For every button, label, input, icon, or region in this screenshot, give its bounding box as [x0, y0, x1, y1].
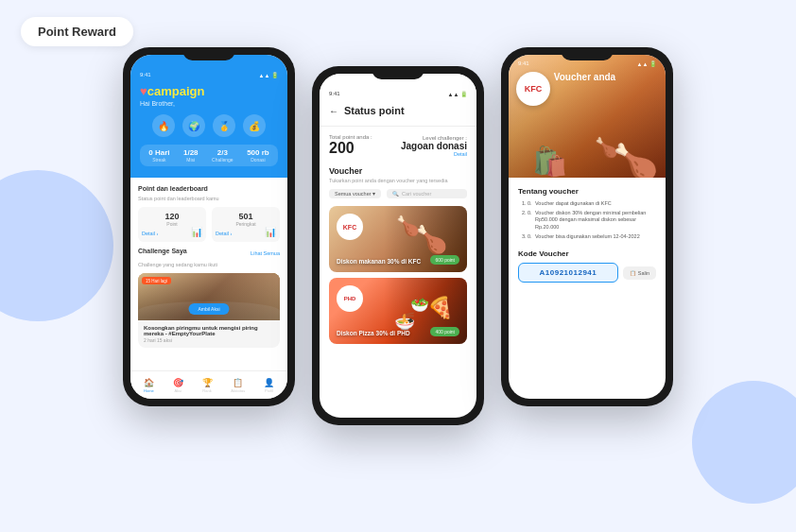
p2-total-value: 200	[329, 140, 372, 157]
p1-nav-aksi[interactable]: 🎯 Aksi	[173, 378, 183, 393]
p3-kode-title: Kode Voucher	[518, 249, 656, 258]
p1-stats-row: 0 Hari Streak 1/28 Misi 2/3 Challenge 50…	[140, 145, 278, 166]
p2-detail-link[interactable]: Detail	[401, 151, 467, 157]
p1-challenge-img: 15 Hari lagi Ambil Aksi	[138, 273, 280, 320]
p1-challenge-card: 15 Hari lagi Ambil Aksi Kosongkan piring…	[138, 273, 280, 348]
p2-points-left: Total point anda : 200	[329, 134, 372, 157]
p1-point-val: 120	[142, 212, 202, 221]
p1-nav-home-label: Home	[144, 388, 154, 393]
p3-food-icon: 🍗	[612, 139, 660, 178]
phone-notch-1	[183, 47, 235, 60]
p2-voucher-phd-points: 400 point	[430, 327, 459, 336]
p3-status-bar: 9:41 ▲▲ 🔋	[518, 60, 656, 67]
bg-decoration-left	[0, 170, 113, 321]
p1-nav-rank-label: Rank	[202, 388, 211, 393]
p3-salin-label: Salin	[638, 270, 649, 276]
p1-stat-donasi: 500 rb Donasi	[247, 148, 269, 163]
p1-stat-streak-val: 0 Hari	[148, 148, 169, 157]
p1-nav-home[interactable]: 🏠 Home	[144, 378, 154, 393]
p3-about-item-2: Voucher diskon 30% dengan minimal pembel…	[528, 210, 656, 232]
bg-decoration-right	[692, 381, 796, 504]
p1-icon-world: 🌍	[182, 114, 205, 137]
p3-kode-value: A10921012941	[518, 263, 618, 283]
p1-body: Point dan leaderboard Status point dan l…	[130, 178, 287, 355]
copy-icon: 📋	[630, 270, 636, 276]
p3-battery: ▲▲ 🔋	[636, 60, 656, 67]
rank-icon: 🏆	[202, 378, 213, 387]
p2-back-btn[interactable]: ←	[329, 106, 338, 116]
p1-points-row: 120 Point Detail › 📊 501 Peringkat Detai…	[138, 207, 280, 242]
p2-kfc-logo: KFC	[337, 214, 363, 240]
p1-stat-challenge-val: 2/3	[212, 148, 234, 157]
p2-header: 9:41 ▲▲ 🔋 ← Status point	[320, 74, 476, 127]
p1-icon-money: 💰	[243, 114, 266, 137]
p3-salin-btn[interactable]: 📋 Salin	[623, 266, 656, 280]
p1-ambil-aksi-btn[interactable]: Ambil Aksi	[188, 303, 229, 315]
p1-point-card-rank: 501 Peringkat Detail › 📊	[212, 207, 280, 242]
p1-nav-profil[interactable]: 👤 Profil	[264, 378, 274, 393]
p2-level-right: Level challenger : Jagoan donasi Detail	[401, 135, 467, 157]
p2-filter-row: Semua voucher ▾ 🔍 Cari voucher	[329, 189, 467, 198]
p1-nav-aksi-label: Aksi	[174, 388, 182, 393]
p1-point-detail-btn[interactable]: Detail ›	[142, 231, 158, 236]
p2-body: Total point anda : 200 Level challenger …	[320, 127, 476, 357]
p1-challenge-info: Kosongkan piringmu untuk mengisi piring …	[138, 320, 280, 348]
p1-status-bar: 9:41 ▲▲ 🔋	[140, 72, 278, 78]
home-icon: 🏠	[144, 378, 154, 387]
p1-stat-streak-lbl: Streak	[148, 157, 169, 163]
p2-voucher-img-phd: 🍕 🥗 🍜 PHD Diskon Pizza 30% di PHD 400 po…	[329, 278, 467, 344]
p2-voucher-kfc[interactable]: 🍗 🍗 KFC Diskon makanan 30% di KFC 600 po…	[329, 206, 467, 272]
profil-icon: 👤	[264, 378, 274, 387]
p2-voucher-kfc-label: Diskon makanan 30% di KFC	[337, 258, 421, 265]
p3-kode-row: A10921012941 📋 Salin	[518, 263, 656, 283]
p2-title-row: ← Status point	[329, 105, 467, 116]
p1-time: 9:41	[140, 72, 151, 78]
p2-voucher-kfc-points: 600 point	[430, 255, 459, 265]
p2-search-box[interactable]: 🔍 Cari voucher	[387, 189, 467, 198]
page-label: Point Reward	[21, 17, 133, 46]
phone-screen-3: 9:41 ▲▲ 🔋 ← Voucher anda KFC 🍗 🍗 🛍️ Ten	[509, 55, 666, 399]
p1-stat-challenge-lbl: Challenge	[212, 157, 234, 163]
p3-kfc-logo: KFC	[516, 72, 550, 106]
p1-icons-row: 🔥 🌍 🥇 💰	[140, 114, 278, 137]
p2-voucher-phd-label: Diskon Pizza 30% di PHD	[337, 330, 410, 336]
p1-nav-aktivitas[interactable]: 📋 Aktivitas	[231, 378, 245, 393]
p2-battery: ▲▲ 🔋	[447, 91, 467, 97]
p1-nav-rank[interactable]: 🏆 Rank	[202, 378, 213, 393]
p2-voucher-sub: Tukarkan point anda dengan voucher yang …	[329, 178, 467, 183]
p2-voucher-phd[interactable]: 🍕 🥗 🍜 PHD Diskon Pizza 30% di PHD 400 po…	[329, 278, 467, 344]
p2-points-section: Total point anda : 200 Level challenger …	[329, 134, 467, 157]
aksi-icon: 🎯	[173, 378, 183, 387]
p2-phd-logo: PHD	[337, 285, 363, 312]
p1-point-card-point: 120 Point Detail › 📊	[138, 207, 206, 242]
p1-nav-aktivitas-label: Aktivitas	[231, 388, 245, 393]
p1-leaderboard-title: Point dan leaderboard	[138, 185, 280, 192]
p1-challenge-badge: 15 Hari lagi	[142, 277, 171, 284]
p2-status-bar: 9:41 ▲▲ 🔋	[329, 91, 467, 97]
p1-icon-medal: 🥇	[213, 114, 235, 137]
p2-search-placeholder: Cari voucher	[402, 191, 431, 197]
phones-container: 9:41 ▲▲ 🔋 ♥campaign Hai Brother, 🔥 🌍 🥇 💰…	[123, 47, 673, 425]
p1-icon-fire: 🔥	[152, 114, 175, 137]
p1-challenge-sub: Challenge yang sedang kamu ikuti	[138, 262, 280, 267]
phone-campaign: 9:41 ▲▲ 🔋 ♥campaign Hai Brother, 🔥 🌍 🥇 💰…	[123, 47, 295, 406]
search-icon: 🔍	[392, 191, 399, 197]
p1-rank-detail-btn[interactable]: Detail ›	[216, 231, 232, 236]
p1-stat-donasi-val: 500 rb	[247, 148, 269, 157]
p1-stat-misi: 1/28 Misi	[183, 148, 199, 163]
p1-signal: ▲▲ 🔋	[258, 72, 278, 78]
p1-header: 9:41 ▲▲ 🔋 ♥campaign Hai Brother, 🔥 🌍 🥇 💰…	[130, 55, 287, 178]
p1-challenge-text: Kosongkan piringmu untuk mengisi piring …	[144, 325, 274, 336]
p2-filter-label: Semua voucher	[335, 191, 372, 197]
p3-page-title: Voucher anda	[554, 72, 615, 82]
p1-stat-donasi-lbl: Donasi	[247, 157, 269, 163]
p2-filter-select[interactable]: Semua voucher ▾	[329, 189, 381, 198]
p2-page-title: Status point	[344, 105, 405, 116]
p1-rank-val: 501	[216, 212, 276, 221]
p1-challenge-title: Challenge Saya	[138, 248, 187, 254]
p1-see-all[interactable]: Lihat Semua	[251, 250, 280, 256]
p1-stat-streak: 0 Hari Streak	[148, 148, 169, 163]
phone-screen-2: 9:41 ▲▲ 🔋 ← Status point Total point and…	[320, 74, 476, 418]
p2-level-value: Jagoan donasi	[401, 141, 467, 151]
p3-body: Tentang voucher Voucher dapat digunakan …	[509, 178, 666, 292]
